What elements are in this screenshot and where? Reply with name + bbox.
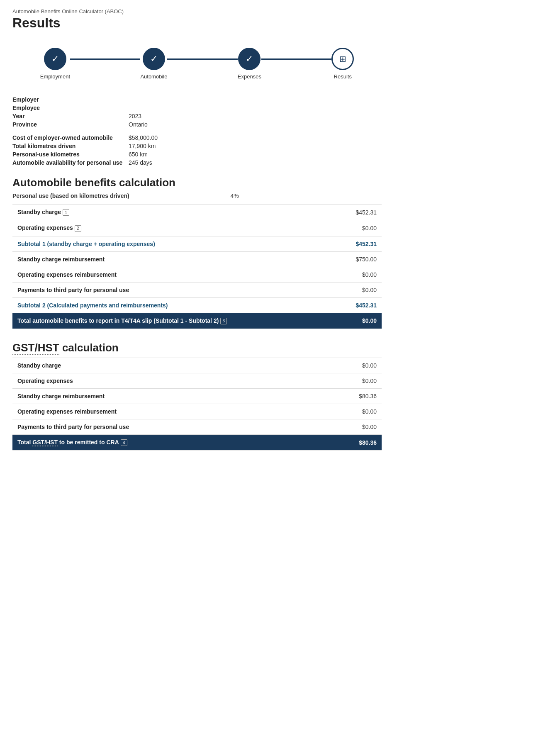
checkmark-icon: ✓ xyxy=(51,54,59,64)
auto-calc-row-0: Standby charge1$452.31 xyxy=(12,205,382,220)
footnote-1: 1 xyxy=(63,209,69,216)
gst-calc-row-4: Payments to third party for personal use… xyxy=(12,419,382,434)
step-expenses: ✓ Expenses xyxy=(238,48,261,80)
auto-calc-title: Automobile benefits calculation xyxy=(12,176,382,189)
gst-calc-row-value-2: $80.36 xyxy=(313,388,382,404)
auto-calc-row-2: Subtotal 1 (standby charge + operating e… xyxy=(12,236,382,251)
automobile-calc-section: Automobile benefits calculation Personal… xyxy=(12,176,382,329)
auto-calc-row-value-4: $0.00 xyxy=(336,267,382,282)
calculator-icon: ⊞ xyxy=(339,54,346,64)
step-automobile-circle: ✓ xyxy=(143,48,165,70)
gst-calc-row-value-4: $0.00 xyxy=(313,419,382,434)
gst-calc-row-0: Standby charge$0.00 xyxy=(12,358,382,373)
footnote-gst-4: 4 xyxy=(121,439,127,446)
step-results-label: Results xyxy=(334,73,352,80)
info-row-cost: Cost of employer-owned automobile $58,00… xyxy=(12,134,382,141)
auto-calc-row-label-3: Standby charge reimbursement xyxy=(12,251,336,267)
personal-use-label: Personal use (based on kilometres driven… xyxy=(12,192,129,199)
gst-underlined-text-5: GST/HST xyxy=(32,439,58,446)
employee-label: Employee xyxy=(12,105,129,111)
gst-title-text: GST/HST xyxy=(12,341,59,355)
gst-calc-row-2: Standby charge reimbursement$80.36 xyxy=(12,388,382,404)
page-title: Results xyxy=(12,15,382,31)
province-value: Ontario xyxy=(129,121,148,128)
auto-calc-row-label-1: Operating expenses2 xyxy=(12,220,336,236)
step-automobile-label: Automobile xyxy=(140,73,167,80)
gst-calc-row-label-4: Payments to third party for personal use xyxy=(12,419,313,434)
auto-calc-row-value-1: $0.00 xyxy=(336,220,382,236)
gst-calc-row-value-5: $80.36 xyxy=(313,434,382,450)
cost-label: Cost of employer-owned automobile xyxy=(12,134,129,141)
gst-calc-section: GST/HST calculation Standby charge$0.00O… xyxy=(12,341,382,451)
step-employment-circle: ✓ xyxy=(44,48,66,70)
auto-calc-row-value-0: $452.31 xyxy=(336,205,382,220)
auto-calc-row-value-3: $750.00 xyxy=(336,251,382,267)
auto-calc-row-label-6: Subtotal 2 (Calculated payments and reim… xyxy=(12,297,336,313)
gst-calc-row-value-1: $0.00 xyxy=(313,373,382,388)
info-row-availability: Automobile availability for personal use… xyxy=(12,159,382,166)
step-line-3 xyxy=(261,58,331,60)
auto-calc-row-label-0: Standby charge1 xyxy=(12,205,336,220)
auto-calc-row-5: Payments to third party for personal use… xyxy=(12,282,382,297)
gst-calc-row-1: Operating expenses$0.00 xyxy=(12,373,382,388)
gst-calc-row-value-3: $0.00 xyxy=(313,404,382,419)
personal-use-value: 4% xyxy=(231,192,239,199)
personal-use-row: Personal use (based on kilometres driven… xyxy=(12,192,382,199)
auto-calc-row-value-7: $0.00 xyxy=(336,313,382,329)
step-employment: ✓ Employment xyxy=(40,48,70,80)
step-line-2 xyxy=(167,58,237,60)
gst-calc-row-label-5: Total GST/HST to be remitted to CRA4 xyxy=(12,434,313,450)
availability-value: 245 days xyxy=(129,159,152,166)
auto-calc-row-label-4: Operating expenses reimbursement xyxy=(12,267,336,282)
gst-title-suffix: calculation xyxy=(62,341,119,354)
step-automobile: ✓ Automobile xyxy=(140,48,167,80)
step-employment-label: Employment xyxy=(40,73,70,80)
employer-label: Employer xyxy=(12,96,129,103)
auto-calc-row-1: Operating expenses2$0.00 xyxy=(12,220,382,236)
year-label: Year xyxy=(12,113,129,119)
auto-calc-row-4: Operating expenses reimbursement$0.00 xyxy=(12,267,382,282)
auto-calc-row-label-7: Total automobile benefits to report in T… xyxy=(12,313,336,329)
step-line-1 xyxy=(70,58,140,60)
gst-calc-row-value-0: $0.00 xyxy=(313,358,382,373)
gst-calc-row-5: Total GST/HST to be remitted to CRA4$80.… xyxy=(12,434,382,450)
auto-calc-row-label-5: Payments to third party for personal use xyxy=(12,282,336,297)
availability-label: Automobile availability for personal use xyxy=(12,159,129,166)
total-km-label: Total kilometres driven xyxy=(12,143,129,149)
gst-calc-row-3: Operating expenses reimbursement$0.00 xyxy=(12,404,382,419)
province-label: Province xyxy=(12,121,129,128)
step-expenses-label: Expenses xyxy=(238,73,261,80)
gst-calc-row-label-2: Standby charge reimbursement xyxy=(12,388,313,404)
cost-value: $58,000.00 xyxy=(129,134,158,141)
gst-calc-row-label-0: Standby charge xyxy=(12,358,313,373)
gst-calc-table: Standby charge$0.00Operating expenses$0.… xyxy=(12,358,382,451)
year-value: 2023 xyxy=(129,113,141,119)
step-expenses-circle: ✓ xyxy=(238,48,261,70)
info-row-province: Province Ontario xyxy=(12,121,382,128)
info-row-employer: Employer xyxy=(12,96,382,103)
gst-calc-title: GST/HST calculation xyxy=(12,341,382,354)
auto-calc-row-value-5: $0.00 xyxy=(336,282,382,297)
app-title: Automobile Benefits Online Calculator (A… xyxy=(12,8,382,15)
total-km-value: 17,900 km xyxy=(129,143,156,149)
info-row-year: Year 2023 xyxy=(12,113,382,119)
personal-km-label: Personal-use kilometres xyxy=(12,151,129,158)
progress-steps: ✓ Employment ✓ Automobile ✓ Expenses ⊞ xyxy=(12,48,382,80)
info-row-total-km: Total kilometres driven 17,900 km xyxy=(12,143,382,149)
checkmark-icon-3: ✓ xyxy=(246,54,253,64)
checkmark-icon-2: ✓ xyxy=(150,54,158,64)
step-results: ⊞ Results xyxy=(331,48,354,80)
footnote-2: 2 xyxy=(75,225,81,232)
gst-calc-row-label-3: Operating expenses reimbursement xyxy=(12,404,313,419)
auto-calc-row-label-2: Subtotal 1 (standby charge + operating e… xyxy=(12,236,336,251)
auto-calc-row-value-2: $452.31 xyxy=(336,236,382,251)
info-row-employee: Employee xyxy=(12,105,382,111)
footnote-3: 3 xyxy=(220,318,227,324)
auto-calc-table: Standby charge1$452.31Operating expenses… xyxy=(12,204,382,329)
auto-calc-row-3: Standby charge reimbursement$750.00 xyxy=(12,251,382,267)
gst-calc-row-label-1: Operating expenses xyxy=(12,373,313,388)
personal-km-value: 650 km xyxy=(129,151,148,158)
step-results-circle: ⊞ xyxy=(331,48,354,70)
auto-calc-row-value-6: $452.31 xyxy=(336,297,382,313)
info-section: Employer Employee Year 2023 Province Ont… xyxy=(12,96,382,166)
